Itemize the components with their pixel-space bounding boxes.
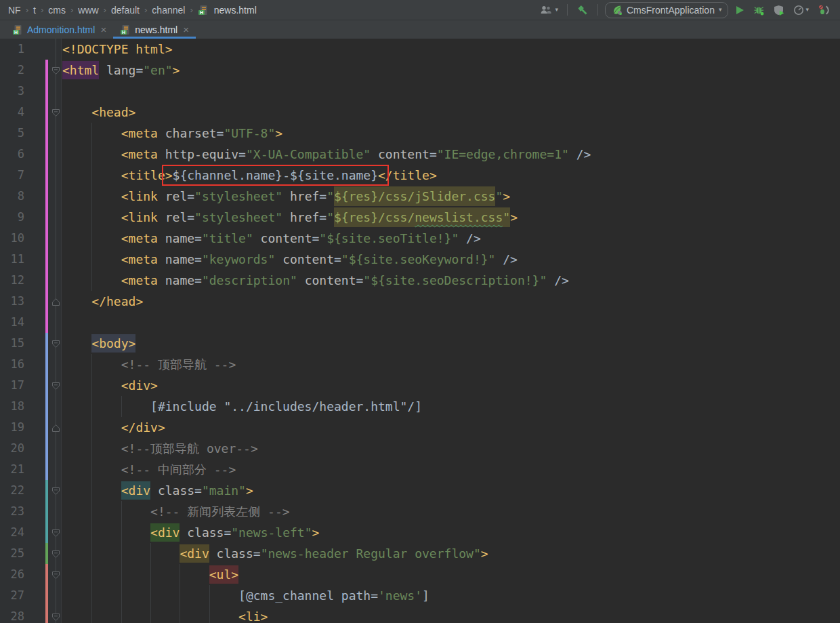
code-line[interactable]: 17 <div> (0, 375, 840, 396)
line-number[interactable]: 3 (0, 81, 24, 102)
code-line[interactable]: 4 <head> (0, 102, 840, 123)
breadcrumb-item[interactable]: cms (45, 5, 68, 16)
attach-debugger-button[interactable] (816, 3, 832, 17)
close-icon[interactable]: × (183, 24, 189, 35)
code-line[interactable]: 7 <title>${channel.name}-${site.name}</t… (0, 165, 840, 186)
profiler-button[interactable]: ▾ (791, 3, 811, 17)
tab-news-html[interactable]: H news.html × (113, 20, 196, 39)
line-number[interactable]: 15 (0, 333, 24, 354)
fold-collapse-icon[interactable] (51, 381, 60, 390)
code-token: > (481, 546, 488, 561)
users-button[interactable]: ▾ (538, 3, 560, 17)
code-line[interactable]: 10 <meta name="title" content="${site.se… (0, 228, 840, 249)
code-line[interactable]: 25 <div class="news-header Regular overf… (0, 543, 840, 564)
code-line[interactable]: 22 <div class="main"> (0, 480, 840, 501)
line-number[interactable]: 11 (0, 249, 24, 270)
fold-collapse-icon[interactable] (51, 570, 60, 579)
line-number[interactable]: 25 (0, 543, 24, 564)
code-line[interactable]: 21 <!-- 中间部分 --> (0, 459, 840, 480)
code-token (62, 294, 91, 308)
code-token: <div (180, 544, 209, 563)
code-token: name (158, 273, 194, 287)
code-line[interactable]: 27 [@cms_channel path='news'] (0, 585, 840, 606)
code-editor[interactable]: 1<!DOCTYPE html>2<html lang="en">34 <hea… (0, 39, 840, 623)
line-number[interactable]: 23 (0, 501, 24, 522)
code-line[interactable]: 19 </div> (0, 417, 840, 438)
code-line[interactable]: 28 <li> (0, 606, 840, 623)
code-line[interactable]: 26 <ul> (0, 564, 840, 585)
code-token: class (180, 525, 224, 540)
line-number[interactable]: 5 (0, 123, 24, 144)
code-line[interactable]: 8 <link rel="stylesheet" href="${res}/cs… (0, 186, 840, 207)
fold-collapse-icon[interactable] (51, 612, 60, 621)
code-token: class (209, 546, 253, 561)
code-line[interactable]: 16 <!-- 顶部导航 --> (0, 354, 840, 375)
line-number[interactable]: 13 (0, 291, 24, 312)
code-text: <head> (62, 102, 135, 123)
line-number[interactable]: 19 (0, 417, 24, 438)
line-number[interactable]: 10 (0, 228, 24, 249)
fold-region-end-icon[interactable] (51, 423, 60, 432)
run-configuration-select[interactable]: CmsFrontApplication ▾ (605, 2, 728, 18)
code-line[interactable]: 9 <link rel="stylesheet" href="${res}/cs… (0, 207, 840, 228)
breadcrumb-separator: › (103, 5, 107, 15)
line-number[interactable]: 27 (0, 585, 24, 606)
line-number[interactable]: 2 (0, 60, 24, 81)
code-line[interactable]: 5 <meta charset="UTF-8"> (0, 123, 840, 144)
code-line[interactable]: 20 <!--顶部导航 over--> (0, 438, 840, 459)
code-line[interactable]: 11 <meta name="keywords" content="${site… (0, 249, 840, 270)
debug-button[interactable] (751, 3, 767, 17)
code-line[interactable]: 2<html lang="en"> (0, 60, 840, 81)
line-number[interactable]: 17 (0, 375, 24, 396)
fold-collapse-icon[interactable] (51, 339, 60, 348)
code-token: <div (121, 481, 150, 500)
line-number[interactable]: 14 (0, 312, 24, 333)
fold-collapse-icon[interactable] (51, 549, 60, 558)
line-number[interactable]: 18 (0, 396, 24, 417)
breadcrumb-item[interactable]: news.html (211, 5, 259, 16)
code-line[interactable]: 3 (0, 81, 840, 102)
breadcrumb-item[interactable]: NF (5, 5, 24, 16)
breadcrumb-item[interactable]: default (108, 5, 142, 16)
fold-region-end-icon[interactable] (51, 297, 60, 306)
code-line[interactable]: 12 <meta name="description" content="${s… (0, 270, 840, 291)
fold-collapse-icon[interactable] (51, 66, 60, 75)
line-number[interactable]: 26 (0, 564, 24, 585)
code-line[interactable]: 1<!DOCTYPE html> (0, 39, 840, 60)
fold-collapse-icon[interactable] (51, 528, 60, 537)
build-project-button[interactable] (574, 3, 591, 18)
code-line[interactable]: 14 (0, 312, 840, 333)
fold-collapse-icon[interactable] (51, 486, 60, 495)
fold-collapse-icon[interactable] (51, 108, 60, 117)
code-token: = (429, 147, 437, 161)
code-line[interactable]: 15 <body> (0, 333, 840, 354)
line-number[interactable]: 12 (0, 270, 24, 291)
code-line[interactable]: 23 <!-- 新闻列表左侧 --> (0, 501, 840, 522)
line-number[interactable]: 8 (0, 186, 24, 207)
line-number[interactable]: 22 (0, 480, 24, 501)
line-number[interactable]: 9 (0, 207, 24, 228)
line-number[interactable]: 4 (0, 102, 24, 123)
breadcrumb-item[interactable]: channel (149, 5, 188, 16)
line-number[interactable]: 6 (0, 144, 24, 165)
chevron-down-icon: ▾ (805, 7, 809, 13)
line-number[interactable]: 16 (0, 354, 24, 375)
breadcrumb-item[interactable]: t (30, 5, 39, 16)
run-button[interactable] (733, 4, 747, 16)
line-number[interactable]: 21 (0, 459, 24, 480)
tab-admonition-html[interactable]: H Admonition.html × (5, 20, 113, 39)
line-number[interactable]: 7 (0, 165, 24, 186)
line-number[interactable]: 1 (0, 39, 24, 60)
close-icon[interactable]: × (100, 24, 106, 35)
code-token: href (282, 210, 319, 224)
code-line[interactable]: 18 [#include "../includes/header.html"/] (0, 396, 840, 417)
breadcrumb-item[interactable]: www (75, 5, 101, 16)
code-line[interactable]: 6 <meta http-equiv="X-UA-Compatible" con… (0, 144, 840, 165)
code-line[interactable]: 13 </head> (0, 291, 840, 312)
line-number[interactable]: 20 (0, 438, 24, 459)
line-number[interactable]: 28 (0, 606, 24, 623)
breadcrumb-separator: › (25, 5, 29, 15)
line-number[interactable]: 24 (0, 522, 24, 543)
code-line[interactable]: 24 <div class="news-left"> (0, 522, 840, 543)
coverage-button[interactable] (772, 3, 786, 17)
